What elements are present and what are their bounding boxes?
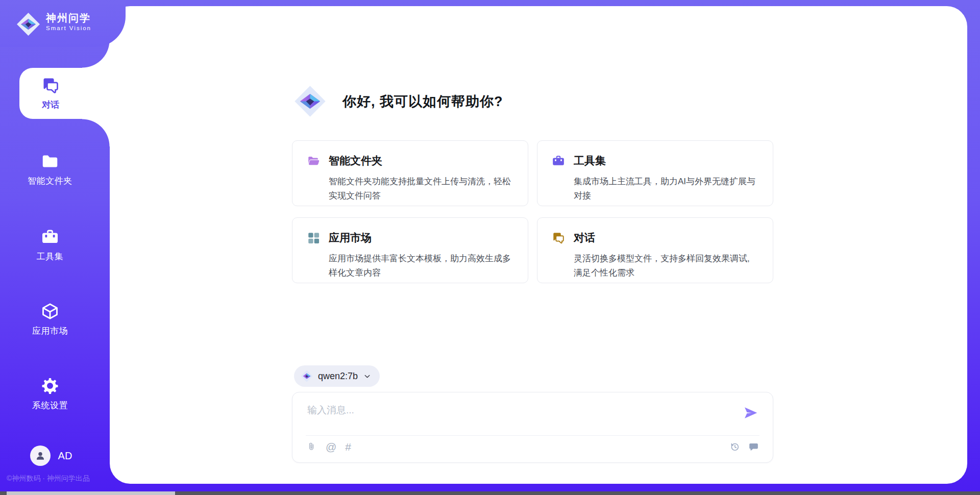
card-description: 智能文件夹功能支持批量文件上传与清洗，轻松实现文件问答 [329, 175, 516, 203]
composer-divider [306, 435, 760, 436]
message-icon [748, 441, 759, 452]
card-description: 灵活切换多模型文件，支持多样回复效果调试, 满足个性化需求 [574, 252, 761, 280]
avatar [30, 445, 51, 466]
chevron-down-icon [363, 372, 372, 381]
send-button[interactable] [742, 405, 760, 422]
card-title: 应用市场 [329, 231, 372, 245]
sidebar-item-settings[interactable]: 系统设置 [0, 377, 100, 411]
grid-icon [307, 231, 320, 244]
scrollbar-thumb[interactable] [7, 491, 175, 495]
card-title: 对话 [574, 231, 595, 245]
feature-card-app-market[interactable]: 应用市场 应用市场提供丰富长文本模板，助力高效生成多样化文章内容 [292, 217, 528, 283]
sidebar-item-smart-folder[interactable]: 智能文件夹 [0, 152, 100, 187]
sidebar-item-label: 工具集 [37, 251, 64, 262]
briefcase-icon [41, 228, 59, 246]
chat-icon [41, 76, 60, 94]
attachment-button[interactable] [306, 441, 317, 452]
folder-icon [41, 152, 59, 170]
horizontal-scrollbar[interactable] [0, 491, 980, 495]
app-window: 对话 神州问学 Smart Vision 智能文件夹 工具集 [0, 0, 980, 495]
feature-card-chat[interactable]: 对话 灵活切换多模型文件，支持多样回复效果调试, 满足个性化需求 [537, 217, 773, 283]
feature-cards: 智能文件夹 智能文件夹功能支持批量文件上传与清洗，轻松实现文件问答 工具集 集成… [292, 140, 773, 283]
user-initials: AD [58, 450, 72, 462]
composer-tools-left: @ # [306, 441, 351, 452]
sidebar-logo-area: 神州问学 Smart Vision [0, 0, 126, 47]
user-profile[interactable]: AD [0, 445, 102, 466]
composer-tools-right [729, 441, 759, 452]
folder-open-icon [307, 154, 320, 167]
card-title: 工具集 [574, 154, 606, 168]
greeting-title: 你好, 我可以如何帮助你? [342, 92, 503, 111]
message-input[interactable] [306, 403, 732, 433]
card-title: 智能文件夹 [329, 154, 382, 168]
card-description: 应用市场提供丰富长文本模板，助力高效生成多样化文章内容 [329, 252, 516, 280]
person-icon [34, 450, 46, 462]
sidebar-item-label: 应用市场 [32, 325, 68, 337]
brand-subtitle: Smart Vision [46, 25, 91, 31]
paperclip-icon [306, 441, 317, 452]
brand-name: 神州问学 [46, 12, 91, 23]
briefcase-icon [552, 154, 565, 167]
tab-fillet-bottom [82, 119, 111, 146]
message-composer: @ # [292, 392, 773, 463]
model-selector[interactable]: qwen2:7b [294, 365, 380, 387]
sidebar-item-chat[interactable]: 对话 [19, 68, 111, 119]
brand-logo-icon [16, 12, 40, 36]
history-button[interactable] [729, 441, 740, 452]
sidebar-item-label: 系统设置 [32, 400, 68, 411]
chat-icon [552, 231, 565, 244]
model-name: qwen2:7b [318, 371, 358, 382]
feature-card-toolset[interactable]: 工具集 集成市场上主流工具，助力AI与外界无缝扩展与对接 [537, 140, 773, 206]
gear-icon [41, 377, 59, 395]
model-logo-icon [301, 370, 313, 382]
greeting-block: 你好, 我可以如何帮助你? [294, 85, 503, 117]
topic-icon[interactable]: # [345, 441, 351, 452]
cube-icon [41, 302, 59, 320]
history-icon [729, 441, 740, 452]
sidebar-item-app-market[interactable]: 应用市场 [0, 302, 100, 337]
copyright-text: ©神州数码 · 神州问学出品 [7, 474, 90, 483]
feature-card-smart-folder[interactable]: 智能文件夹 智能文件夹功能支持批量文件上传与清洗，轻松实现文件问答 [292, 140, 528, 206]
send-icon [743, 405, 758, 420]
assistant-logo-icon [294, 85, 326, 117]
card-description: 集成市场上主流工具，助力AI与外界无缝扩展与对接 [574, 175, 761, 203]
mention-icon[interactable]: @ [326, 441, 336, 452]
sidebar-item-label: 智能文件夹 [28, 175, 72, 187]
sidebar-item-label: 对话 [42, 99, 59, 111]
sidebar-item-toolset[interactable]: 工具集 [0, 228, 100, 262]
feedback-button[interactable] [748, 441, 759, 452]
